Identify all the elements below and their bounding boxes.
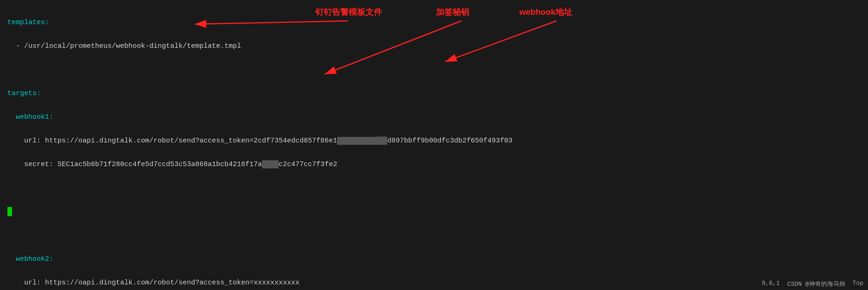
cursor-line — [7, 208, 12, 216]
code-container: templates: - /usr/local/prometheus/webho… — [0, 0, 868, 290]
bottom-bar: 9,0,1 CSDN @神奇的海马帅 Top — [757, 278, 868, 290]
version-text: 9,0,1 — [762, 280, 780, 288]
line-webhook1-key: webhook1: — [7, 113, 53, 121]
line-url2: url: https://oapi.dingtalk.com/robot/sen… — [7, 279, 300, 287]
line-url1: url: https://oapi.dingtalk.com/robot/sen… — [7, 137, 512, 145]
annotation-webhook-label: webhook地址 — [519, 6, 572, 18]
line-webhook2-key: webhook2: — [7, 255, 53, 263]
annotation-template-label: 钉钉告警模板文件 — [315, 6, 382, 18]
line-templates-key: templates: — [7, 19, 49, 26]
top-text: Top — [853, 280, 863, 288]
line-targets-key: targets: — [7, 90, 41, 97]
site-text: CSDN @神奇的海马帅 — [787, 280, 845, 288]
line-secret1: secret: SEC1ac5b6b71f280cc4fe5d7ccd53c53… — [7, 161, 337, 168]
annotation-secret-label: 加签秘钥 — [436, 6, 469, 18]
line-template-path: - /usr/local/prometheus/webhook-dingtalk… — [7, 42, 241, 50]
